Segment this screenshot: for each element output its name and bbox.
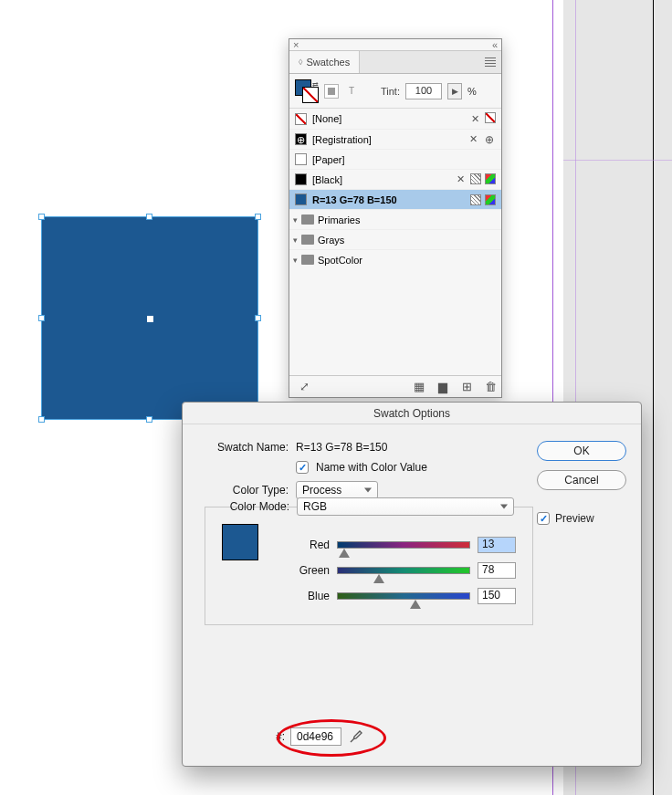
name-with-value-checkbox[interactable] bbox=[296, 461, 309, 474]
dialog-title-text: Swatch Options bbox=[373, 407, 450, 420]
swatch-label: [Paper] bbox=[312, 154, 496, 165]
new-group-icon[interactable]: ▆ bbox=[436, 380, 450, 394]
color-type-select[interactable]: Process bbox=[296, 481, 378, 499]
green-label: Green bbox=[275, 564, 330, 577]
tint-input[interactable]: 100 bbox=[405, 83, 442, 99]
blue-slider[interactable] bbox=[337, 592, 470, 600]
group-label: SpotColor bbox=[318, 255, 362, 266]
hex-value: 0d4e96 bbox=[297, 730, 333, 743]
disclosure-icon[interactable]: ▾ bbox=[293, 235, 298, 245]
swatch-group-grays[interactable]: ▾ Grays bbox=[289, 229, 501, 249]
guide-horizontal[interactable] bbox=[563, 160, 672, 161]
red-input[interactable]: 13 bbox=[478, 537, 516, 553]
hex-label: #: bbox=[194, 730, 285, 743]
tint-stepper[interactable]: ▶ bbox=[447, 83, 462, 99]
selection-center[interactable] bbox=[147, 316, 153, 322]
handle-bottom-left[interactable] bbox=[38, 416, 45, 423]
none-icon bbox=[295, 113, 307, 125]
swatch-label: [Black] bbox=[312, 174, 448, 185]
color-values-group: Color Mode: RGB Red 13 bbox=[205, 507, 533, 625]
page-edge bbox=[653, 0, 654, 795]
swatch-options-dialog: Swatch Options OK Cancel Preview Swatch … bbox=[182, 402, 642, 767]
panel-footer: ⤢ ▦ ▆ ⊞ 🗑 bbox=[289, 375, 501, 397]
not-editable-icon: ✕ bbox=[454, 173, 467, 186]
stroke-swatch-icon[interactable] bbox=[302, 87, 319, 103]
handle-top-right[interactable] bbox=[255, 214, 261, 220]
preview-checkbox-row[interactable]: Preview bbox=[537, 512, 626, 525]
group-label: Primaries bbox=[318, 214, 360, 225]
swatch-name-value: R=13 G=78 B=150 bbox=[296, 441, 387, 454]
swatch-row-none[interactable]: [None] ✕ bbox=[289, 109, 501, 129]
not-editable-icon: ✕ bbox=[468, 112, 481, 125]
green-slider[interactable] bbox=[337, 567, 470, 574]
panel-tabs: Swatches bbox=[289, 51, 501, 74]
color-preview-swatch bbox=[222, 524, 258, 560]
formatting-text-icon[interactable]: T bbox=[344, 84, 359, 99]
blue-icon bbox=[295, 194, 307, 205]
swatch-label: R=13 G=78 B=150 bbox=[312, 194, 465, 205]
panel-menu-icon[interactable] bbox=[479, 51, 501, 73]
folder-icon bbox=[301, 235, 314, 245]
close-icon[interactable]: × bbox=[293, 39, 299, 50]
red-label: Red bbox=[275, 539, 330, 551]
preview-label: Preview bbox=[555, 512, 594, 525]
formatting-container-icon[interactable] bbox=[324, 84, 339, 99]
new-swatch-menu-icon[interactable]: ▦ bbox=[412, 380, 426, 394]
selected-rectangle[interactable] bbox=[42, 217, 257, 419]
fill-stroke-swatch[interactable]: ⇄ bbox=[295, 79, 319, 103]
handle-mid-right[interactable] bbox=[255, 315, 261, 321]
handle-bottom-center[interactable] bbox=[146, 416, 152, 423]
handle-mid-left[interactable] bbox=[38, 315, 45, 321]
cmyk-swatch-icon bbox=[485, 173, 496, 184]
tint-unit: % bbox=[467, 86, 477, 97]
folder-icon bbox=[301, 255, 314, 265]
cancel-label: Cancel bbox=[564, 474, 598, 486]
eyedropper-icon[interactable] bbox=[347, 727, 365, 746]
color-type-label: Color Type: bbox=[197, 484, 289, 497]
show-swatches-icon[interactable]: ⤢ bbox=[297, 380, 311, 394]
swatch-group-spotcolor[interactable]: ▾ SpotColor bbox=[289, 249, 501, 269]
disclosure-icon[interactable]: ▾ bbox=[293, 256, 298, 265]
color-type-value: Process bbox=[302, 484, 341, 497]
green-input[interactable]: 78 bbox=[478, 562, 516, 579]
slider-thumb[interactable] bbox=[373, 574, 384, 583]
swatch-row-paper[interactable]: [Paper] bbox=[289, 149, 501, 169]
tab-swatches[interactable]: Swatches bbox=[289, 51, 360, 73]
group-label: Grays bbox=[318, 235, 344, 246]
swatch-name-label: Swatch Name: bbox=[197, 441, 289, 454]
black-icon bbox=[295, 173, 307, 185]
none-swatch-icon bbox=[485, 112, 496, 123]
new-swatch-icon[interactable]: ⊞ bbox=[459, 380, 474, 394]
not-editable-icon: ✕ bbox=[467, 133, 479, 146]
folder-icon bbox=[301, 214, 314, 225]
handle-top-left[interactable] bbox=[38, 214, 45, 220]
delete-swatch-icon[interactable]: 🗑 bbox=[483, 380, 498, 394]
color-mode-value: RGB bbox=[303, 500, 327, 513]
ok-button[interactable]: OK bbox=[537, 441, 626, 461]
swatches-panel: × « Swatches ⇄ T Tint: 100 ▶ % [None] ✕ bbox=[289, 38, 502, 398]
paper-icon bbox=[295, 153, 307, 165]
dialog-title[interactable]: Swatch Options bbox=[183, 403, 641, 424]
slider-thumb[interactable] bbox=[410, 600, 421, 609]
rgb-swatch-icon bbox=[485, 194, 496, 205]
handle-top-center[interactable] bbox=[146, 214, 152, 220]
collapse-icon[interactable]: « bbox=[492, 39, 498, 50]
name-with-value-label: Name with Color Value bbox=[316, 461, 427, 474]
tab-label: Swatches bbox=[306, 57, 350, 68]
swatch-group-primaries[interactable]: ▾ Primaries bbox=[289, 209, 501, 229]
registration-icon bbox=[295, 133, 307, 145]
cancel-button[interactable]: Cancel bbox=[537, 470, 626, 490]
color-mode-select[interactable]: RGB bbox=[297, 497, 514, 516]
swap-fill-stroke-icon[interactable]: ⇄ bbox=[312, 80, 319, 89]
swatch-row-black[interactable]: [Black] ✕ bbox=[289, 169, 501, 189]
slider-thumb[interactable] bbox=[339, 549, 350, 558]
tint-label: Tint: bbox=[381, 86, 400, 97]
disclosure-icon[interactable]: ▾ bbox=[293, 215, 298, 225]
swatch-row-rgb-blue[interactable]: R=13 G=78 B=150 bbox=[289, 189, 501, 209]
swatch-label: [None] bbox=[312, 113, 463, 124]
process-swatch-icon bbox=[470, 194, 481, 205]
hex-input[interactable]: 0d4e96 bbox=[290, 727, 341, 746]
red-slider[interactable] bbox=[337, 541, 470, 549]
swatch-row-registration[interactable]: [Registration] ✕ bbox=[289, 129, 501, 149]
blue-input[interactable]: 150 bbox=[478, 588, 516, 604]
